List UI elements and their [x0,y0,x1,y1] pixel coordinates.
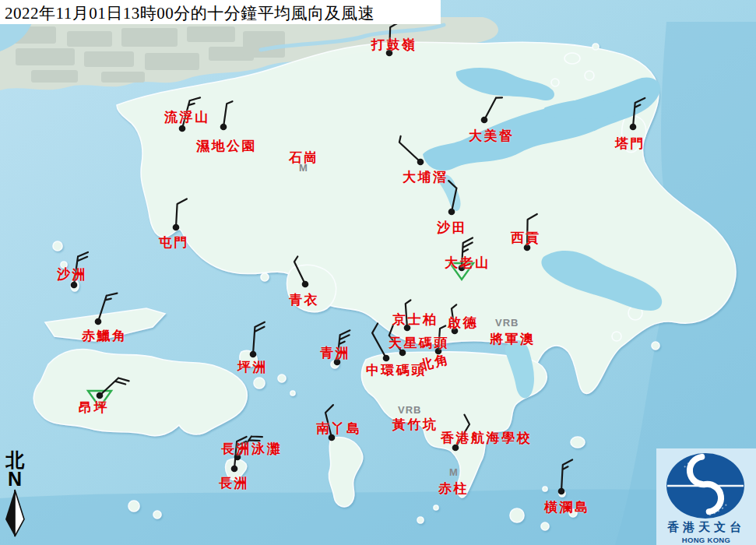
north-compass: 北 N [2,451,28,541]
hko-logo-icon [656,448,756,520]
sea-deep-south [0,489,756,545]
hko-logo: 香港天文台 HONG KONG OBSERVATORY [656,448,756,545]
hong-kong-map [0,0,756,545]
title-bar: 2022年11月01日13時00分的十分鐘平均風向及風速 [0,0,441,24]
wind-map-page: 打鼓嶺流浮山濕地公園石崗M大美督塔門大埔滘沙田屯門沙洲青衣赤鱲角昂坪坪洲青洲中環… [0,0,756,545]
hko-name-chinese: 香港天文台 [656,520,756,535]
land-peng-chau [240,350,257,367]
compass-arrow-icon [3,488,26,538]
map-title: 2022年11月01日13時00分的十分鐘平均風向及風速 [0,0,441,24]
compass-north-letter: N [2,470,28,488]
hko-name-english: HONG KONG OBSERVATORY [656,536,756,545]
